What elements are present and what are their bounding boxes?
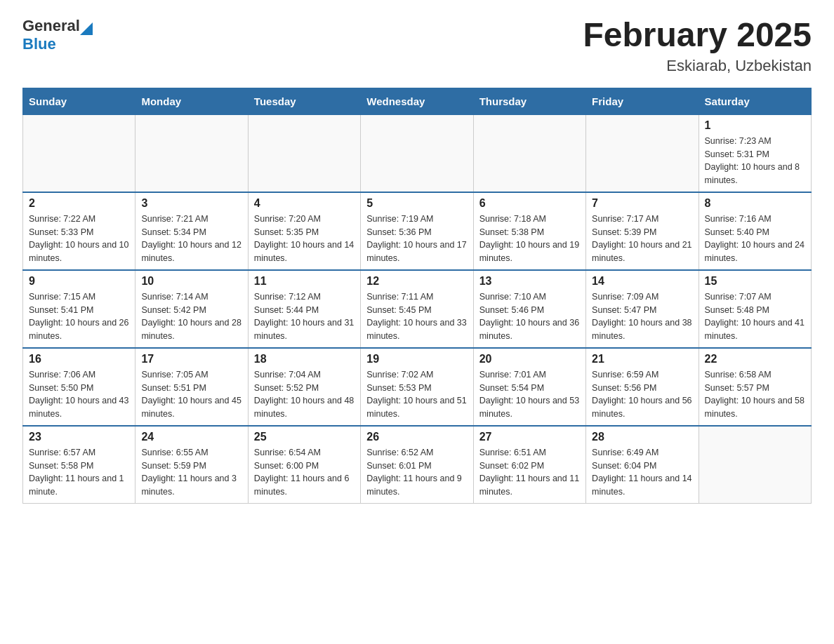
day-info: Sunrise: 6:57 AMSunset: 5:58 PMDaylight:… [29,446,129,499]
table-row: 19Sunrise: 7:02 AMSunset: 5:53 PMDayligh… [361,348,473,426]
header-thursday: Thursday [473,88,585,114]
day-number: 23 [29,431,129,443]
day-info: Sunrise: 7:23 AMSunset: 5:31 PMDaylight:… [705,135,805,187]
day-number: 3 [141,197,241,210]
table-row: 11Sunrise: 7:12 AMSunset: 5:44 PMDayligh… [248,270,360,348]
table-row: 3Sunrise: 7:21 AMSunset: 5:34 PMDaylight… [135,192,248,270]
day-number: 9 [29,275,129,288]
day-info: Sunrise: 7:22 AMSunset: 5:33 PMDaylight:… [29,213,129,265]
table-row: 22Sunrise: 6:58 AMSunset: 5:57 PMDayligh… [699,348,811,426]
table-row [135,114,248,192]
table-row: 17Sunrise: 7:05 AMSunset: 5:51 PMDayligh… [135,348,248,426]
day-number: 12 [366,275,467,288]
day-info: Sunrise: 7:01 AMSunset: 5:54 PMDaylight:… [479,368,580,421]
table-row [699,426,811,504]
table-row: 28Sunrise: 6:49 AMSunset: 6:04 PMDayligh… [586,426,699,504]
table-row [473,114,585,192]
day-info: Sunrise: 7:17 AMSunset: 5:39 PMDaylight:… [592,213,692,265]
day-info: Sunrise: 7:10 AMSunset: 5:46 PMDaylight:… [479,290,580,343]
day-info: Sunrise: 6:49 AMSunset: 6:04 PMDaylight:… [592,446,692,499]
header-wednesday: Wednesday [361,88,473,114]
table-row: 7Sunrise: 7:17 AMSunset: 5:39 PMDaylight… [586,192,699,270]
day-info: Sunrise: 7:20 AMSunset: 5:35 PMDaylight:… [254,213,355,265]
day-info: Sunrise: 6:51 AMSunset: 6:02 PMDaylight:… [479,446,580,499]
table-row: 8Sunrise: 7:16 AMSunset: 5:40 PMDaylight… [699,192,811,270]
weekday-header-row: Sunday Monday Tuesday Wednesday Thursday… [23,88,812,114]
day-info: Sunrise: 7:02 AMSunset: 5:53 PMDaylight:… [366,368,467,421]
day-number: 26 [366,431,467,443]
logo-general-text: General [22,17,80,35]
day-number: 22 [705,353,805,365]
day-info: Sunrise: 7:04 AMSunset: 5:52 PMDaylight:… [254,368,355,421]
day-info: Sunrise: 7:14 AMSunset: 5:42 PMDaylight:… [141,290,241,343]
table-row: 16Sunrise: 7:06 AMSunset: 5:50 PMDayligh… [23,348,135,426]
table-row: 23Sunrise: 6:57 AMSunset: 5:58 PMDayligh… [23,426,135,504]
day-number: 6 [479,197,580,210]
day-number: 11 [254,275,355,288]
calendar-week-3: 9Sunrise: 7:15 AMSunset: 5:41 PMDaylight… [23,270,812,348]
day-info: Sunrise: 7:05 AMSunset: 5:51 PMDaylight:… [141,368,241,421]
calendar-week-4: 16Sunrise: 7:06 AMSunset: 5:50 PMDayligh… [23,348,812,426]
day-number: 2 [29,197,129,210]
table-row: 12Sunrise: 7:11 AMSunset: 5:45 PMDayligh… [361,270,473,348]
table-row: 26Sunrise: 6:52 AMSunset: 6:01 PMDayligh… [361,426,473,504]
day-number: 27 [479,431,580,443]
day-number: 16 [29,353,129,365]
day-number: 7 [592,197,692,210]
calendar-week-1: 1Sunrise: 7:23 AMSunset: 5:31 PMDaylight… [23,114,812,192]
day-number: 1 [705,119,805,132]
day-info: Sunrise: 7:21 AMSunset: 5:34 PMDaylight:… [141,213,241,265]
header-sunday: Sunday [23,88,135,114]
calendar-title: February 2025 [583,17,812,54]
table-row: 21Sunrise: 6:59 AMSunset: 5:56 PMDayligh… [586,348,699,426]
table-row: 10Sunrise: 7:14 AMSunset: 5:42 PMDayligh… [135,270,248,348]
header-friday: Friday [586,88,699,114]
day-info: Sunrise: 7:18 AMSunset: 5:38 PMDaylight:… [479,213,580,265]
header-tuesday: Tuesday [248,88,360,114]
header-monday: Monday [135,88,248,114]
day-number: 5 [366,197,467,210]
table-row: 9Sunrise: 7:15 AMSunset: 5:41 PMDaylight… [23,270,135,348]
day-info: Sunrise: 6:52 AMSunset: 6:01 PMDaylight:… [366,446,467,499]
day-info: Sunrise: 7:07 AMSunset: 5:48 PMDaylight:… [705,290,805,343]
calendar-table: Sunday Monday Tuesday Wednesday Thursday… [22,88,812,504]
day-number: 10 [141,275,241,288]
table-row: 4Sunrise: 7:20 AMSunset: 5:35 PMDaylight… [248,192,360,270]
calendar-week-5: 23Sunrise: 6:57 AMSunset: 5:58 PMDayligh… [23,426,812,504]
table-row: 18Sunrise: 7:04 AMSunset: 5:52 PMDayligh… [248,348,360,426]
table-row: 1Sunrise: 7:23 AMSunset: 5:31 PMDaylight… [699,114,811,192]
day-number: 20 [479,353,580,365]
day-number: 8 [705,197,805,210]
calendar-subtitle: Eskiarab, Uzbekistan [583,57,812,75]
day-number: 19 [366,353,467,365]
day-info: Sunrise: 7:06 AMSunset: 5:50 PMDaylight:… [29,368,129,421]
svg-marker-0 [80,22,93,35]
table-row: 2Sunrise: 7:22 AMSunset: 5:33 PMDaylight… [23,192,135,270]
day-info: Sunrise: 7:19 AMSunset: 5:36 PMDaylight:… [366,213,467,265]
day-number: 28 [592,431,692,443]
table-row: 6Sunrise: 7:18 AMSunset: 5:38 PMDaylight… [473,192,585,270]
table-row: 15Sunrise: 7:07 AMSunset: 5:48 PMDayligh… [699,270,811,348]
calendar-title-block: February 2025 Eskiarab, Uzbekistan [583,17,812,75]
table-row [586,114,699,192]
day-number: 24 [141,431,241,443]
table-row: 24Sunrise: 6:55 AMSunset: 5:59 PMDayligh… [135,426,248,504]
day-info: Sunrise: 7:12 AMSunset: 5:44 PMDaylight:… [254,290,355,343]
day-info: Sunrise: 6:55 AMSunset: 5:59 PMDaylight:… [141,446,241,499]
table-row [248,114,360,192]
table-row: 5Sunrise: 7:19 AMSunset: 5:36 PMDaylight… [361,192,473,270]
day-number: 18 [254,353,355,365]
logo-icon [80,22,93,35]
table-row: 25Sunrise: 6:54 AMSunset: 6:00 PMDayligh… [248,426,360,504]
day-number: 4 [254,197,355,210]
day-info: Sunrise: 7:09 AMSunset: 5:47 PMDaylight:… [592,290,692,343]
header-saturday: Saturday [699,88,811,114]
day-info: Sunrise: 6:58 AMSunset: 5:57 PMDaylight:… [705,368,805,421]
table-row [361,114,473,192]
page-header: General Blue February 2025 Eskiarab, Uzb… [22,17,812,75]
table-row: 20Sunrise: 7:01 AMSunset: 5:54 PMDayligh… [473,348,585,426]
logo-blue-text: Blue [22,35,56,53]
day-number: 25 [254,431,355,443]
day-info: Sunrise: 7:15 AMSunset: 5:41 PMDaylight:… [29,290,129,343]
day-info: Sunrise: 7:11 AMSunset: 5:45 PMDaylight:… [366,290,467,343]
